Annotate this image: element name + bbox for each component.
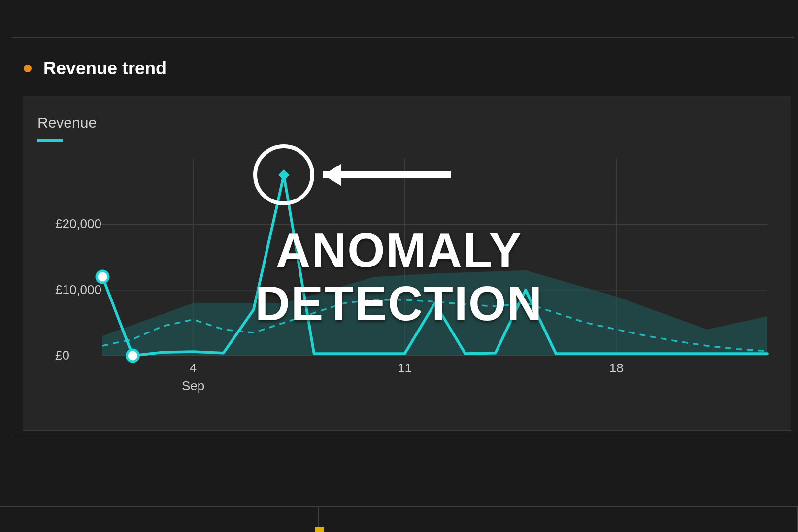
- svg-rect-8: [278, 169, 290, 181]
- dashboard-canvas: Revenue trend Revenue £0 £10,000 £20,000…: [0, 0, 798, 532]
- timeline-segment: [0, 507, 319, 532]
- chart-plot-area[interactable]: [53, 159, 772, 390]
- x-axis-tick: 11: [398, 361, 412, 376]
- chart-svg: [53, 159, 772, 390]
- series-label: Revenue: [37, 114, 97, 131]
- timeline-marker-icon[interactable]: [315, 527, 324, 532]
- svg-point-6: [97, 271, 108, 283]
- svg-point-7: [127, 350, 138, 362]
- y-axis-tick: £10,000: [55, 282, 101, 298]
- x-axis-tick: 4: [190, 361, 197, 376]
- card-title: Revenue trend: [43, 58, 166, 79]
- y-axis-tick: £0: [55, 348, 69, 363]
- x-axis-month-label: Sep: [182, 378, 204, 394]
- card-header: Revenue trend: [24, 58, 166, 79]
- timeline-segment: [319, 507, 798, 532]
- card-bullet-icon: [24, 65, 32, 72]
- y-axis-tick: £20,000: [55, 216, 101, 232]
- x-axis-tick: 18: [609, 361, 624, 376]
- timeline-scrubber[interactable]: [0, 506, 798, 532]
- series-underline: [37, 139, 63, 142]
